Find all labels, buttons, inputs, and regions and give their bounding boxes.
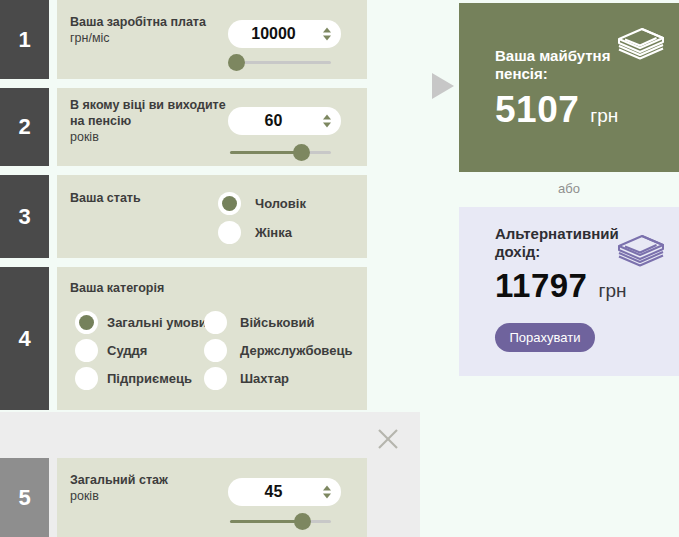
spinner-down-icon[interactable] [323,123,331,128]
age-value: 60 [265,112,305,130]
experience-spinner[interactable] [323,486,331,499]
radio-female[interactable] [218,221,241,244]
salary-slider[interactable] [230,61,331,64]
age-slider-handle[interactable] [293,144,310,161]
category-label: Ваша категорія [70,280,164,296]
step-panel-experience: Загальний стаж років 45 [57,458,367,537]
salary-spinner[interactable] [323,28,331,41]
age-spinner[interactable] [323,115,331,128]
radio-military-label[interactable]: Військовий [240,315,314,330]
step-panel-category: Ваша категорія Загальні умови Військовий… [57,267,367,410]
alt-title-line1: Альтернативний [495,225,619,243]
radio-entrepreneur-label[interactable]: Підприємець [107,371,192,386]
pension-amount: 5107 грн [495,89,618,131]
experience-slider-handle[interactable] [294,513,311,530]
age-slider-fill [230,151,302,154]
step-panel-age: В якому віці ви виходите на пенсію років… [57,88,367,166]
step-number-4: 4 [0,267,49,410]
alt-title-line2: дохід: [495,243,619,261]
spinner-up-icon[interactable] [323,115,331,120]
or-separator: або [459,181,679,196]
radio-general-label[interactable]: Загальні умови [107,315,207,330]
radio-male[interactable] [218,192,241,215]
experience-value: 45 [265,483,305,501]
alternative-income-title: Альтернативний дохід: [495,225,619,261]
spinner-up-icon[interactable] [323,486,331,491]
radio-civil-servant[interactable] [204,339,227,362]
salary-label: Ваша заробітна плата грн/міс [70,14,206,46]
step-number-1: 1 [0,0,49,79]
salary-label-line: Ваша заробітна плата [70,14,206,30]
future-pension-panel: Ваша майбутня пенсія: 5107 грн [459,3,679,172]
radio-general[interactable] [75,311,98,334]
age-units: років [70,129,226,145]
salary-slider-handle[interactable] [228,54,245,71]
spinner-down-icon[interactable] [323,36,331,41]
radio-miner[interactable] [204,367,227,390]
salary-units: грн/міс [70,30,206,46]
step-number-2: 2 [0,88,49,166]
pension-currency: грн [590,105,618,127]
age-label-line2: на пенсію [70,113,226,129]
radio-entrepreneur[interactable] [75,367,98,390]
pension-value: 5107 [495,89,579,131]
pension-title-line1: Ваша майбутня [495,47,610,65]
experience-label: Загальний стаж років [70,472,168,504]
alternative-income-panel: Альтернативний дохід: 11797 грн Порахува… [459,207,679,376]
alternative-amount: 11797 грн [495,267,626,305]
pension-title-line2: пенсія: [495,65,610,83]
experience-label-line: Загальний стаж [70,472,168,488]
age-input[interactable]: 60 [228,107,341,135]
radio-female-label[interactable]: Жінка [255,225,292,240]
experience-slider[interactable] [230,520,331,523]
spinner-down-icon[interactable] [323,494,331,499]
alternative-value: 11797 [495,267,587,305]
radio-civil-servant-label[interactable]: Держслужбовець [240,343,352,358]
experience-units: років [70,488,168,504]
close-icon[interactable] [376,427,400,451]
age-label: В якому віці ви виходите на пенсію років [70,97,226,145]
pension-title: Ваша майбутня пенсія: [495,47,610,83]
alternative-currency: грн [598,280,626,302]
age-label-line1: В якому віці ви виходите [70,97,226,113]
step-number-5: 5 [0,458,49,537]
spinner-up-icon[interactable] [323,28,331,33]
money-stack-icon [616,232,666,268]
arrow-right-icon [432,73,454,99]
age-slider[interactable] [230,151,331,154]
radio-judge[interactable] [75,339,98,362]
radio-military[interactable] [204,311,227,334]
category-label-line: Ваша категорія [70,280,164,296]
pension-calculator: 1 Ваша заробітна плата грн/міс 10000 2 В… [0,0,679,537]
radio-judge-label[interactable]: Суддя [107,343,147,358]
radio-male-label[interactable]: Чоловік [255,196,306,211]
salary-input[interactable]: 10000 [228,20,341,48]
money-stack-icon [616,25,666,61]
gender-label: Ваша стать [70,190,141,206]
step-number-3: 3 [0,175,49,258]
step-panel-salary: Ваша заробітна плата грн/міс 10000 [57,0,367,79]
calculate-button[interactable]: Порахувати [495,323,595,352]
salary-value: 10000 [251,25,318,43]
gender-label-line: Ваша стать [70,190,141,206]
step-panel-gender: Ваша стать Чоловік Жінка [57,175,367,258]
experience-slider-fill [230,520,303,523]
experience-input[interactable]: 45 [228,478,341,506]
radio-miner-label[interactable]: Шахтар [240,371,289,386]
